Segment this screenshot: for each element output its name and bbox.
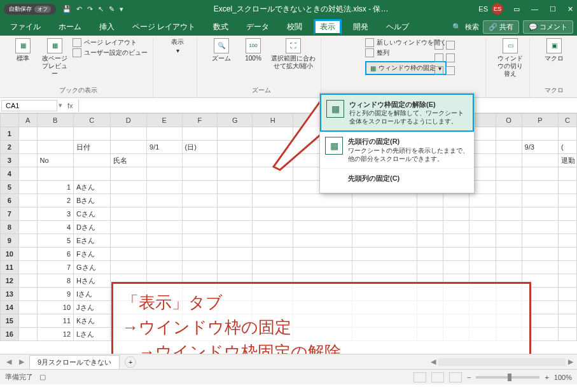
search-icon[interactable]: 🔍 [452,23,461,31]
cell[interactable] [417,221,443,234]
cell[interactable] [182,154,217,167]
cell[interactable] [522,181,559,194]
row-header[interactable]: 14 [1,301,19,314]
cell[interactable] [496,127,522,141]
grid-row[interactable]: 84Dさん [1,221,577,234]
cell[interactable] [496,234,522,248]
cell[interactable]: 7 [37,261,74,274]
cell[interactable] [496,167,522,181]
cell[interactable]: ( [559,141,577,154]
tab-view[interactable]: 表示 [314,19,342,35]
tab-help[interactable]: ヘルプ [380,19,415,35]
col-E[interactable]: E [147,114,182,127]
row-header[interactable]: 11 [1,261,19,274]
cell[interactable] [37,127,74,141]
row-header[interactable]: 8 [1,221,19,234]
cell[interactable]: 6 [37,248,74,261]
row-header[interactable]: 15 [1,314,19,328]
cell[interactable] [110,194,147,207]
close-icon[interactable]: ✕ [567,5,573,13]
tab-pagelayout[interactable]: ページ レイアウト [126,19,202,35]
cell[interactable] [18,301,37,314]
cell[interactable] [522,221,559,234]
maximize-icon[interactable]: ☐ [550,5,556,13]
cell[interactable]: 1 [37,181,74,194]
cell[interactable] [217,207,252,221]
cell[interactable] [469,194,496,207]
comments-button[interactable]: 💬 コメント [523,20,573,34]
cell[interactable] [443,221,469,234]
sync-scroll-icon[interactable] [446,53,455,62]
row-header[interactable]: 10 [1,248,19,261]
grid-row[interactable]: 95Eさん [1,234,577,248]
cell[interactable] [559,181,577,194]
cell[interactable] [522,234,559,248]
cell[interactable] [253,234,293,248]
cell[interactable]: Hさん [74,274,111,288]
cell[interactable] [217,167,252,181]
cell[interactable] [522,194,559,207]
cell[interactable] [182,261,217,274]
cell[interactable] [147,234,182,248]
cell[interactable] [18,154,37,167]
cell[interactable] [352,194,417,207]
cell[interactable] [147,194,182,207]
cell[interactable]: 3 [37,207,74,221]
cell[interactable] [147,154,182,167]
cell[interactable] [217,261,252,274]
zoom-level[interactable]: 100% [554,374,572,381]
cell[interactable]: 氏名 [110,154,147,167]
tab-formulas[interactable]: 数式 [207,19,235,35]
cell[interactable] [293,194,352,207]
cell[interactable] [18,141,37,154]
cell[interactable] [559,301,577,314]
cell[interactable] [443,261,469,274]
zoom-slider[interactable] [476,376,539,379]
new-sheet-button[interactable]: + [125,356,136,368]
cell[interactable] [469,234,496,248]
cell[interactable] [559,261,577,274]
cell[interactable] [293,261,352,274]
row-header[interactable]: 13 [1,288,19,301]
cell[interactable] [74,154,111,167]
cell[interactable] [417,194,443,207]
tab-insert[interactable]: 挿入 [93,19,121,35]
cell[interactable] [293,207,352,221]
sheet-tab-active[interactable]: 9月スクロールできない [29,355,120,369]
cell[interactable] [417,248,443,261]
cell[interactable] [253,194,293,207]
cell[interactable] [443,207,469,221]
tab-dev[interactable]: 開発 [347,19,375,35]
cell[interactable] [147,248,182,261]
cell[interactable]: 9 [37,288,74,301]
cell[interactable] [147,181,182,194]
cell[interactable] [182,167,217,181]
cell[interactable] [110,261,147,274]
cell[interactable]: 日付 [74,141,111,154]
zoom-button[interactable]: 🔍ズーム [207,38,235,62]
col-C2[interactable]: C [559,114,577,127]
cell[interactable] [18,248,37,261]
cell[interactable] [182,207,217,221]
cell[interactable] [522,248,559,261]
grid-row[interactable]: 106Fさん [1,248,577,261]
cell[interactable]: No [37,154,74,167]
pagelayout-view-btn[interactable] [431,372,444,382]
ribbon-options-icon[interactable]: ▭ [513,5,520,13]
unfreeze-panes-item[interactable]: ▦ ウィンドウ枠固定の解除(E)行と列の固定を解除して、ワークシート全体をスクロ… [320,94,474,132]
cell[interactable] [217,194,252,207]
cell[interactable] [217,127,252,141]
cell[interactable] [443,194,469,207]
cell[interactable] [182,234,217,248]
reset-pos-icon[interactable] [434,66,443,75]
grid-row[interactable]: 117Gさん [1,261,577,274]
search-label[interactable]: 検索 [465,22,479,32]
row-header[interactable]: 6 [1,194,19,207]
cell[interactable] [559,207,577,221]
pagebreak-button[interactable]: ▦改ページ プレビュー [41,38,69,78]
cell[interactable]: Gさん [74,261,111,274]
row-header[interactable]: 9 [1,234,19,248]
cell[interactable] [182,181,217,194]
hscroll-right-icon[interactable]: ▶ [568,358,573,366]
grid-row[interactable]: 73Cさん [1,207,577,221]
